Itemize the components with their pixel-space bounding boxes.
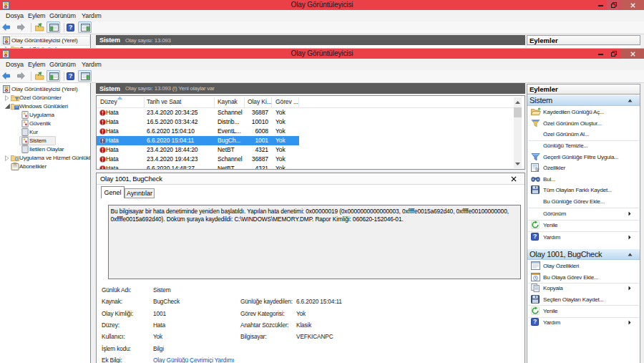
menu-yardim[interactable]: Yardım [82, 59, 102, 70]
action-item[interactable]: Seçilen Olayları Kaydet... [527, 294, 640, 305]
action-item[interactable]: ? Yardım [527, 232, 640, 243]
event-row-4[interactable]: Hata 23.4.2020 18:44:20 NetBT 4321 Yok [97, 145, 299, 155]
back-tree-root[interactable]: Olay Görüntüleyicisi (Yerel) [0, 37, 90, 45]
event-row-2[interactable]: Hata 6.6.2020 15:04:10 EventL... 6008 Yo… [97, 127, 299, 136]
front-actions-header: Eylemler [527, 84, 640, 95]
cell-source: EventL... [218, 127, 241, 136]
action-item[interactable]: Bu Günlüğe Görev Ekle... [527, 196, 640, 207]
action-pane-toggle[interactable] [78, 70, 92, 82]
event-row-5[interactable]: Hata 23.4.2020 19:44:23 Schannel 36887 Y… [97, 155, 299, 164]
tree-item-9[interactable]: Abonelikler [0, 163, 90, 171]
action-pane-toggle[interactable] [78, 21, 92, 33]
action-item[interactable]: Günlüğü Temizle... [527, 140, 640, 151]
action-item[interactable]: Olay Özellikleri [527, 261, 640, 271]
cell-source: Distrib... [218, 117, 239, 127]
online-help-link[interactable]: Olay Günlüğü Çevrimiçi Yardımı [153, 356, 234, 363]
action-item[interactable]: Özellikler [527, 163, 640, 173]
action-item[interactable]: Kaydedilen Günlüğü Aç... [527, 107, 640, 117]
tree-item-icon [2, 85, 11, 93]
action-label: Yenile [543, 220, 557, 231]
console-tree-toggle[interactable] [47, 21, 60, 33]
actions-section-header-sistem[interactable]: Sistem [527, 95, 640, 106]
help-button[interactable]: ? [67, 24, 79, 34]
export-button[interactable] [35, 23, 47, 33]
back-button[interactable] [2, 72, 14, 82]
tree-item-3[interactable]: Uygulama [0, 111, 90, 120]
error-icon-wrap [99, 165, 106, 169]
action-item[interactable]: Görünüm [527, 208, 640, 219]
action-item[interactable]: ? Yardım [527, 317, 640, 328]
table-scrollbar[interactable] [514, 97, 522, 168]
minimize-button[interactable] [594, 49, 607, 59]
back-button[interactable] [2, 24, 14, 34]
detail-value: 6.6.2020 15:04:11 [296, 297, 342, 306]
tree-item-1[interactable]: Özel Görünümler [0, 94, 90, 102]
event-row-3[interactable]: Hata 6.6.2020 15:04:11 BugCh... 1001 Yok [97, 136, 299, 145]
event-row-0[interactable]: Hata 23.4.2020 20:34:25 Schannel 36887 Y… [97, 108, 299, 117]
column-header-kaynak[interactable]: Kaynak [218, 96, 238, 108]
tree-expander[interactable] [5, 104, 10, 109]
tree-item-8[interactable]: Uygulama ve Hizmet Günlükleri [0, 154, 90, 163]
tree-item-4[interactable]: Güvenlik [0, 120, 90, 128]
event-row-6[interactable]: Hata 6.6.2020 14:48:27 NetBT 4321 Yok [97, 164, 299, 169]
tree-item-6[interactable]: Sistem [0, 137, 90, 145]
column-header-tarih[interactable]: Tarih ve Saat [147, 96, 181, 108]
scroll-up-button[interactable] [514, 97, 522, 107]
scroll-down-button[interactable] [514, 159, 522, 168]
action-item[interactable]: Yenile [527, 220, 640, 231]
detail-value: Hata [153, 321, 165, 329]
back-titlebar[interactable]: Olay Görüntüleyicisi [0, 0, 644, 10]
action-item[interactable]: Bul... [527, 174, 640, 185]
tab-ayrintilar[interactable]: Ayrıntılar [125, 188, 155, 198]
action-item[interactable]: Kopyala [527, 283, 640, 294]
cell-level: Hata [106, 117, 119, 127]
maximize-button[interactable] [607, 49, 621, 59]
details-close-button[interactable] [511, 176, 517, 182]
front-titlebar[interactable]: Olay Görüntüleyicisi [0, 49, 644, 59]
close-button[interactable] [621, 49, 644, 59]
forward-button[interactable] [17, 72, 29, 82]
action-label: Olay Özellikleri [543, 261, 579, 271]
tree-item-2[interactable]: Windows Günlükleri [0, 102, 90, 111]
minimize-button[interactable] [594, 0, 607, 10]
forward-button[interactable] [17, 24, 29, 34]
console-tree-toggle[interactable] [47, 70, 60, 82]
menu-eylem[interactable]: Eylem [28, 10, 46, 21]
tree-item-7[interactable]: İletilen Olaylar [0, 145, 90, 154]
action-pane-icon [81, 24, 90, 32]
tree-item-0[interactable]: Olay Görüntüleyicisi (Yerel) [0, 85, 90, 94]
menu-dosya[interactable]: Dosya [6, 10, 24, 21]
menu-gorunum[interactable]: Görünüm [49, 10, 76, 21]
collapse-icon[interactable] [628, 99, 633, 102]
menu-gorunum[interactable]: Görünüm [49, 59, 76, 70]
detail-label: Günlük Adı: [102, 286, 131, 294]
tree-expander[interactable] [5, 155, 9, 161]
export-button[interactable] [35, 72, 47, 82]
description-line1: Bu bilgisayar bir hata denetiminde yenid… [111, 208, 509, 215]
scroll-thumb[interactable] [514, 107, 522, 117]
help-button[interactable]: ? [67, 72, 79, 82]
event-description-box[interactable]: Bu bilgisayar bir hata denetiminde yenid… [108, 205, 521, 279]
cell-source: Schannel [218, 108, 243, 117]
menu-eylem[interactable]: Eylem [28, 59, 46, 70]
tab-genel[interactable]: Genel [101, 186, 125, 198]
actions-section-header-event[interactable]: Olay 1001, BugCheck [527, 249, 640, 260]
actions-title: Eylemler [530, 84, 558, 94]
action-item[interactable]: Özel Görünüm Oluştur... [527, 118, 640, 129]
column-header-olay-kimligi[interactable]: Olay Ki... [248, 96, 271, 108]
action-item[interactable]: Geçerli Günlüğe Filtre Uygula... [527, 152, 640, 163]
action-item[interactable]: Bu Olaya Görev Ekle... [527, 272, 640, 283]
details-pane: Olay 1001, BugCheck Genel Ayrıntılar Bu … [96, 173, 525, 363]
menu-dosya[interactable]: Dosya [6, 59, 24, 70]
action-item[interactable]: Yenile [527, 306, 640, 316]
maximize-button[interactable] [607, 0, 621, 10]
action-item[interactable]: Tüm Olayları Farklı Kaydet... [527, 185, 640, 195]
close-button[interactable] [621, 0, 644, 10]
tree-expander[interactable] [5, 95, 9, 101]
collapse-icon[interactable] [628, 253, 633, 256]
action-item[interactable]: Özel Görünüm Al... [527, 129, 640, 140]
column-header-gorev[interactable]: Görev ... [275, 96, 298, 108]
menu-yardim[interactable]: Yardım [82, 10, 102, 21]
column-header-duzey[interactable]: Düzey [100, 96, 117, 108]
event-row-1[interactable]: Hata 16.5.2020 03:34:42 Distrib... 10010… [97, 117, 299, 127]
